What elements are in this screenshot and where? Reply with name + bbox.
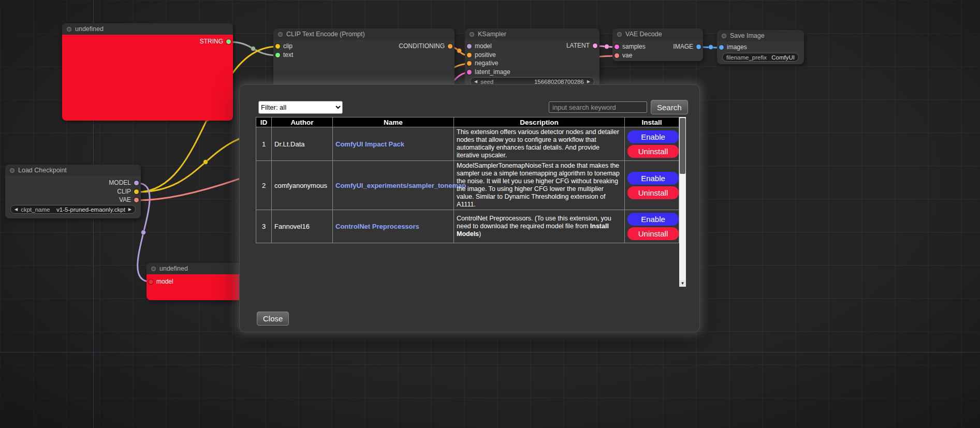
node-title: CLIP Text Encode (Prompt)	[286, 31, 365, 38]
widget-label: seed	[480, 79, 493, 85]
widget-label: filename_prefix	[726, 54, 767, 61]
wire-midpoint-dot	[709, 45, 713, 50]
output-dot-vae[interactable]	[134, 198, 139, 202]
collapse-dot-icon[interactable]	[617, 32, 622, 37]
search-input[interactable]	[549, 101, 647, 113]
input-dot-vae[interactable]	[615, 53, 619, 58]
filename-prefix-widget[interactable]: filename_prefix ComfyUI	[722, 53, 799, 62]
graph-canvas[interactable]: undefined STRING CLIP Text Encode (Promp…	[0, 0, 980, 428]
slot-label: LATENT	[566, 42, 590, 49]
scrollbar-thumb[interactable]	[680, 118, 685, 174]
node-clip-text-encode[interactable]: CLIP Text Encode (Prompt) clip text COND…	[273, 28, 455, 91]
slot-label: model	[475, 42, 492, 50]
slot-label: latent_image	[475, 68, 510, 76]
input-dot-model[interactable]	[467, 44, 472, 49]
extension-row: 1 Dr.Lt.Data ComfyUI Impact Pack This ex…	[256, 127, 679, 161]
widget-arrow-right-icon[interactable]: ▶	[587, 80, 590, 84]
column-header-install: Install	[625, 117, 679, 127]
output-dot-image[interactable]	[696, 45, 701, 49]
extension-id: 3	[256, 210, 272, 243]
input-dot-images[interactable]	[719, 45, 724, 50]
output-dot-conditioning[interactable]	[448, 44, 452, 49]
input-dot-samples[interactable]	[615, 45, 619, 49]
slot-label: STRING	[200, 38, 223, 45]
node-title: undefined	[159, 265, 188, 272]
input-dot-text[interactable]	[275, 53, 280, 57]
table-scrollbar[interactable]: ▼	[679, 117, 686, 287]
node-vae-decode[interactable]: VAE Decode samples vae IMAGE	[612, 28, 703, 61]
slot-label: vae	[622, 52, 632, 59]
enable-button[interactable]: Enable	[627, 172, 679, 185]
filter-select[interactable]: Filter: all	[258, 101, 343, 114]
extension-row: 3 Fannovel16 ControlNet Preprocessors Co…	[256, 210, 679, 243]
slot-label: VAE	[119, 196, 131, 203]
node-title: Save Image	[730, 32, 765, 39]
input-dot-positive[interactable]	[467, 53, 472, 57]
collapse-dot-icon[interactable]	[278, 32, 283, 37]
column-header-description: Description	[454, 117, 625, 127]
node-load-checkpoint[interactable]: Load Checkpoint MODEL CLIP VAE ◀ ckpt_na…	[5, 165, 141, 218]
extension-link[interactable]: ComfyUI_experiments/sampler_tonemap	[335, 182, 466, 189]
extension-author: comfyanonymous	[272, 161, 333, 210]
output-dot-clip[interactable]	[134, 189, 139, 194]
widget-arrow-right-icon[interactable]: ▶	[128, 208, 131, 212]
output-dot-latent[interactable]	[593, 43, 597, 48]
wire-midpoint-dot	[605, 45, 609, 49]
extension-link[interactable]: ComfyUI Impact Pack	[335, 140, 404, 148]
slot-label: CONDITIONING	[399, 42, 445, 50]
uninstall-button[interactable]: Uninstall	[627, 227, 679, 240]
output-dot-model[interactable]	[134, 181, 139, 185]
input-dot-latent-image[interactable]	[467, 70, 472, 75]
node-title: Load Checkpoint	[18, 167, 67, 174]
slot-label: text	[283, 51, 293, 58]
extension-link[interactable]: ControlNet Preprocessors	[335, 223, 419, 230]
input-dot-model[interactable]	[149, 279, 153, 284]
scrollbar-down-arrow-icon[interactable]: ▼	[679, 280, 686, 287]
column-header-name: Name	[333, 117, 454, 127]
widget-arrow-left-icon[interactable]: ◀	[474, 80, 477, 84]
collapse-dot-icon[interactable]	[470, 32, 474, 37]
slot-label: model	[156, 278, 173, 285]
extension-id: 1	[256, 127, 272, 161]
enable-button[interactable]: Enable	[627, 213, 679, 226]
node-title: KSampler	[478, 31, 506, 38]
extension-description: ModelSamplerTonemapNoiseTest a node that…	[454, 161, 625, 210]
uninstall-button[interactable]: Uninstall	[627, 145, 679, 158]
widget-label: ckpt_name	[21, 206, 50, 213]
node-ksampler[interactable]: KSampler model positive negative latent_…	[465, 28, 599, 86]
collapse-dot-icon[interactable]	[10, 168, 14, 173]
widget-value: ComfyUI	[771, 54, 795, 61]
search-button[interactable]: Search	[651, 100, 688, 114]
widget-value: v1-5-pruned-emaonly.ckpt	[56, 206, 125, 213]
node-undefined-top[interactable]: undefined STRING	[62, 23, 233, 121]
output-dot-string[interactable]	[226, 39, 231, 44]
wire-midpoint-dot	[457, 49, 462, 53]
node-title: VAE Decode	[625, 31, 662, 38]
extensions-table: ID Author Name Description Install 1 Dr.…	[256, 117, 679, 243]
slot-label: clip	[283, 42, 292, 50]
wire-midpoint-dot	[251, 47, 256, 51]
collapse-dot-icon[interactable]	[722, 34, 726, 38]
column-header-id: ID	[256, 117, 272, 127]
input-dot-clip[interactable]	[275, 44, 280, 49]
ckpt-name-widget[interactable]: ◀ ckpt_name v1-5-pruned-emaonly.ckpt ▶	[10, 205, 136, 214]
extension-author: Dr.Lt.Data	[272, 127, 333, 161]
widget-arrow-left-icon[interactable]: ◀	[14, 208, 18, 212]
enable-button[interactable]: Enable	[627, 130, 679, 143]
table-header-row: ID Author Name Description Install	[256, 117, 679, 127]
widget-value: 156680208700286	[534, 79, 584, 85]
slot-label: negative	[475, 60, 498, 67]
collapse-dot-icon[interactable]	[67, 27, 71, 32]
extension-author: Fannovel16	[272, 210, 333, 243]
custom-nodes-manager-dialog: Filter: all Search ID Author Name Descri…	[239, 84, 700, 332]
close-button[interactable]: Close	[257, 312, 289, 326]
extension-row: 2 comfyanonymous ComfyUI_experiments/sam…	[256, 161, 679, 210]
node-save-image[interactable]: Save Image images filename_prefix ComfyU…	[717, 30, 804, 64]
uninstall-button[interactable]: Uninstall	[627, 186, 679, 199]
extension-id: 2	[256, 161, 272, 210]
wire-midpoint-dot	[203, 160, 208, 165]
wire-midpoint-dot	[141, 230, 146, 235]
node-title: undefined	[75, 25, 104, 33]
collapse-dot-icon[interactable]	[151, 267, 156, 271]
input-dot-negative[interactable]	[467, 61, 472, 66]
